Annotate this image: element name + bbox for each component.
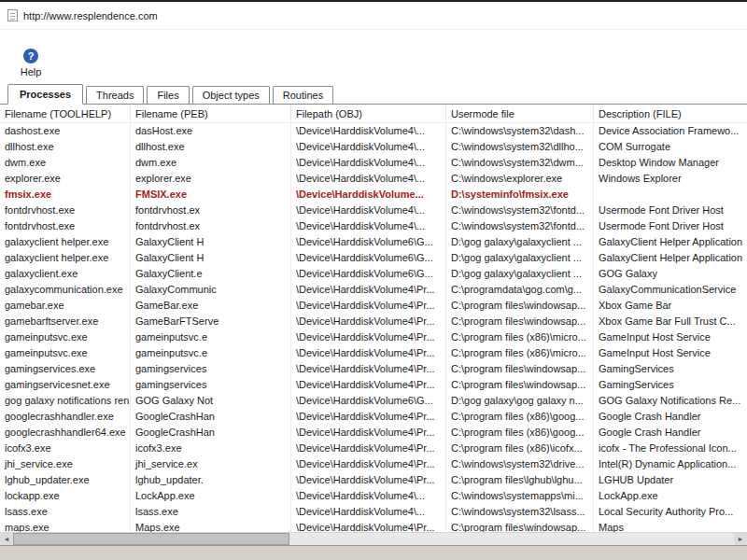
cell: GalaxyClient Helper Application — [594, 250, 747, 266]
cell: GameInput Host Service — [594, 345, 747, 361]
cell: gamingservicesnet.exe — [0, 377, 131, 393]
cell: \Device\HarddiskVolume4\Pr... — [291, 282, 446, 298]
cell: D:\gog galaxy\galaxyclient ... — [446, 250, 594, 266]
cell: C:\program files\windowsap... — [446, 314, 594, 329]
table-row[interactable]: fontdrvhost.exefontdrvhost.ex\Device\Har… — [0, 203, 747, 218]
cell: \Device\HarddiskVolume4\Pr... — [291, 345, 446, 361]
url-bar: http://www.resplendence.com — [0, 2, 747, 30]
table-row[interactable]: gameinputsvc.exegameinputsvc.e\Device\Ha… — [0, 329, 747, 345]
cell: COM Surrogate — [594, 139, 747, 155]
scrollbar-thumb[interactable] — [13, 533, 289, 545]
table-row[interactable]: fontdrvhost.exefontdrvhost.ex\Device\Har… — [0, 218, 747, 234]
cell: \Device\HarddiskVolume4\Pr... — [291, 472, 446, 488]
table-row[interactable]: galaxyclient helper.exeGalaxyClient H\De… — [0, 234, 747, 250]
table-row[interactable]: fmsix.exeFMSIX.exe\Device\HarddiskVolume… — [0, 187, 747, 203]
tab-threads[interactable]: Threads — [86, 86, 144, 104]
cell: C:\programdata\gog.com\g... — [446, 282, 594, 298]
scroll-left-button[interactable]: ◄ — [0, 533, 13, 545]
cell: jhi_service.ex — [131, 456, 291, 472]
cell: C:\program files\windowsap... — [446, 361, 594, 377]
column-header[interactable]: Description (FILE) — [594, 105, 747, 122]
cell: \Device\HarddiskVolume6\G... — [291, 266, 446, 282]
cell: \Device\HarddiskVolume4\Pr... — [291, 314, 446, 329]
table-row[interactable]: galaxycommunication.exeGalaxyCommunic\De… — [0, 282, 747, 298]
table-row[interactable]: icofx3.exeicofx3.exe\Device\HarddiskVolu… — [0, 441, 747, 456]
table-row[interactable]: lockapp.exeLockApp.exe\Device\HarddiskVo… — [0, 488, 747, 504]
cell: galaxycommunication.exe — [0, 282, 131, 298]
cell: jhi_service.exe — [0, 456, 131, 472]
cell: gameinputsvc.exe — [0, 329, 131, 345]
scrollbar-track[interactable] — [13, 533, 734, 545]
table-row[interactable]: gamebar.exeGameBar.exe\Device\HarddiskVo… — [0, 298, 747, 314]
table-row[interactable]: lghub_updater.exelghub_updater.\Device\H… — [0, 472, 747, 488]
table-row[interactable]: lsass.exelsass.exe\Device\HarddiskVolume… — [0, 504, 747, 520]
table-row[interactable]: jhi_service.exejhi_service.ex\Device\Har… — [0, 456, 747, 472]
table-row[interactable]: googlecrashhandler64.exeGoogleCrashHan\D… — [0, 425, 747, 441]
process-table: Filename (TOOLHELP)Filename (PEB)Filepat… — [0, 105, 747, 536]
table-header: Filename (TOOLHELP)Filename (PEB)Filepat… — [0, 105, 747, 123]
tab-routines[interactable]: Routines — [273, 86, 333, 104]
table-row[interactable]: dashost.exedasHost.exe\Device\HarddiskVo… — [0, 123, 747, 139]
cell: C:\windows\system32\fontd... — [446, 218, 594, 234]
table-row[interactable]: googlecrashhandler.exeGoogleCrashHan\Dev… — [0, 409, 747, 425]
cell: \Device\HarddiskVolume4\Pr... — [291, 441, 446, 456]
cell: gamingservices — [131, 361, 291, 377]
table-row[interactable]: dwm.exedwm.exe\Device\HarddiskVolume4\..… — [0, 155, 747, 171]
cell: \Device\HarddiskVolume4\... — [291, 155, 446, 171]
table-row[interactable]: gamingservicesnet.exegamingservices\Devi… — [0, 377, 747, 393]
column-header[interactable]: Filename (PEB) — [131, 105, 291, 122]
cell: Intel(R) Dynamic Application... — [594, 456, 747, 472]
cell: gameinputsvc.e — [131, 329, 291, 345]
cell: GOG Galaxy — [594, 266, 747, 282]
column-header[interactable]: Filepath (OBJ) — [291, 105, 446, 122]
cell: C:\program files (x86)\goog... — [446, 409, 594, 425]
cell: \Device\HarddiskVolume4\... — [291, 218, 446, 234]
tab-object-types[interactable]: Object types — [192, 86, 270, 104]
table-row[interactable]: gameinputsvc.exegameinputsvc.e\Device\Ha… — [0, 345, 747, 361]
cell: D:\gog galaxy\galaxyclient ... — [446, 266, 594, 282]
table-row[interactable]: gog galaxy notifications ren...GOG Galax… — [0, 393, 747, 409]
cell: \Device\HarddiskVolume6\G... — [291, 393, 446, 409]
cell: GOG Galaxy Not — [131, 393, 291, 409]
help-button[interactable]: ? Help — [11, 49, 50, 77]
cell: icofx3.exe — [0, 441, 131, 456]
column-header[interactable]: Filename (TOOLHELP) — [0, 105, 131, 122]
cell: gamingservices — [131, 377, 291, 393]
table-row[interactable]: explorer.exeexplorer.exe\Device\Harddisk… — [0, 171, 747, 187]
cell: GOG Galaxy Notifications Re... — [594, 393, 747, 409]
website-link[interactable]: http://www.resplendence.com — [23, 10, 158, 21]
cell: C:\program files\windowsap... — [446, 298, 594, 314]
column-header[interactable]: Usermode file — [446, 105, 594, 122]
table-row[interactable]: gamebarftserver.exeGameBarFTServe\Device… — [0, 314, 747, 329]
tab-processes[interactable]: Processes — [7, 84, 83, 105]
cell: icofx3.exe — [131, 441, 291, 456]
cell: \Device\HarddiskVolume... — [291, 187, 446, 203]
scroll-right-button[interactable]: ► — [734, 533, 747, 545]
table-row[interactable]: galaxyclient helper.exeGalaxyClient H\De… — [0, 250, 747, 266]
cell: GalaxyClient H — [131, 234, 291, 250]
cell: Google Crash Handler — [594, 409, 747, 425]
horizontal-scrollbar[interactable]: ◄ ► — [0, 532, 747, 545]
cell: \Device\HarddiskVolume4\... — [291, 504, 446, 520]
cell: dashost.exe — [0, 123, 131, 139]
cell: FMSIX.exe — [131, 187, 291, 203]
cell: GoogleCrashHan — [131, 425, 291, 441]
cell: C:\windows\system32\dash... — [446, 123, 594, 139]
cell: C:\program files (x86)\micro... — [446, 345, 594, 361]
cell: dasHost.exe — [131, 123, 291, 139]
cell: Usermode Font Driver Host — [594, 218, 747, 234]
cell: Local Security Authority Pro... — [594, 504, 747, 520]
cell: Desktop Window Manager — [594, 155, 747, 171]
cell: GamingServices — [594, 361, 747, 377]
cell: LGHUB Updater — [594, 472, 747, 488]
cell: fontdrvhost.exe — [0, 218, 131, 234]
cell: \Device\HarddiskVolume6\G... — [291, 250, 446, 266]
tab-files[interactable]: Files — [147, 86, 189, 104]
table-row[interactable]: dllhost.exedllhost.exe\Device\HarddiskVo… — [0, 139, 747, 155]
cell: C:\windows\systemapps\mi... — [446, 488, 594, 504]
cell: dwm.exe — [0, 155, 131, 171]
help-icon: ? — [23, 49, 38, 63]
table-row[interactable]: galaxyclient.exeGalaxyClient.e\Device\Ha… — [0, 266, 747, 282]
table-row[interactable]: gamingservices.exegamingservices\Device\… — [0, 361, 747, 377]
cell: \Device\HarddiskVolume6\G... — [291, 234, 446, 250]
